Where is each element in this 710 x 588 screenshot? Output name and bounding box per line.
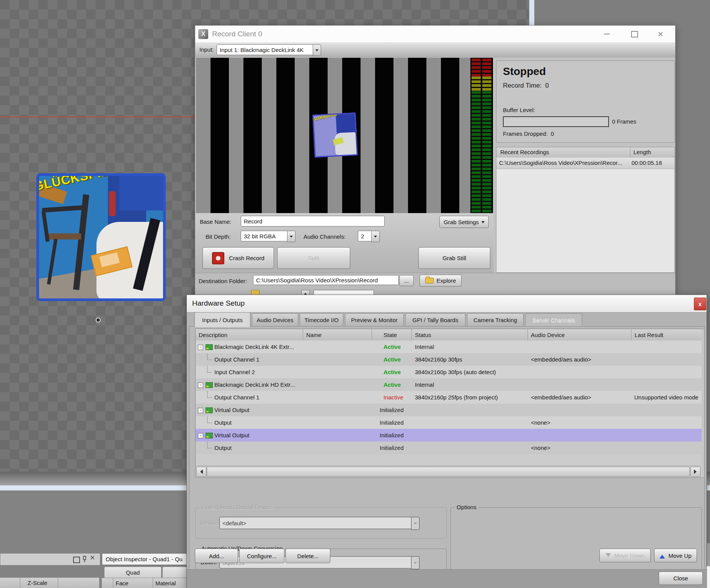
minimize-icon xyxy=(604,34,610,34)
delete-button[interactable]: Delete... xyxy=(286,549,330,563)
table-row[interactable]: Output Channel 1 Active 3840x2160p 30fps… xyxy=(196,353,702,366)
expand-icon[interactable]: - xyxy=(198,408,203,413)
scroll-thumb[interactable] xyxy=(207,467,690,477)
hardware-setup-dialog: Hardware Setup x Inputs / Outputs Audio … xyxy=(186,295,707,588)
down-dropdown-button[interactable] xyxy=(411,556,419,569)
crash-record-button[interactable]: Crash Record xyxy=(202,247,274,269)
preview-thumbnail: GLÜCKSPILZ xyxy=(312,112,358,158)
length-header-label[interactable]: Length xyxy=(633,149,651,155)
expand-icon[interactable]: - xyxy=(198,383,203,388)
tab-gpi-tally[interactable]: GPI / Tally Boards xyxy=(405,313,465,326)
table-row[interactable]: Output Initialized <none> xyxy=(196,441,702,454)
col-face[interactable]: Face xyxy=(113,578,153,588)
bit-depth-select[interactable]: 32 bit RGBA xyxy=(241,231,293,241)
table-vertical-scrollbar[interactable] xyxy=(702,329,705,478)
tab-audio-devices[interactable]: Audio Devices xyxy=(252,313,298,326)
table-horizontal-scrollbar[interactable] xyxy=(196,466,701,477)
col-description[interactable]: Description xyxy=(196,329,303,340)
maximize-button[interactable] xyxy=(631,26,638,42)
tab-camera-tracking[interactable]: Camera Tracking xyxy=(467,313,524,326)
configure-button[interactable]: Configure... xyxy=(239,549,284,563)
record-time-label: Record Time: xyxy=(503,82,542,89)
bit-depth-dropdown-button[interactable] xyxy=(287,231,295,242)
object-inspector-title: Object Inspector - Quad1 - Qu xyxy=(106,556,183,562)
row-last-result: Unsupported video mode xyxy=(634,394,699,401)
recording-length: 00:00:05.18 xyxy=(632,160,662,166)
table-row-selected[interactable]: - Virtual Output Initialized xyxy=(196,429,702,441)
table-row[interactable]: - Virtual Output Initialized xyxy=(196,404,702,416)
expand-icon[interactable]: - xyxy=(198,433,203,438)
scroll-left-button[interactable] xyxy=(196,467,206,477)
col-label: Last Result xyxy=(635,332,663,338)
record-client-titlebar[interactable]: X Record Client 0 × xyxy=(195,26,675,43)
controls-area: Base Name: Record Grab Settings Bit Dept… xyxy=(195,213,494,273)
row-state: Inactive xyxy=(384,394,403,401)
minimize-button[interactable] xyxy=(604,26,610,42)
input-select[interactable]: Input 1: Blackmagic DeckLink 4K xyxy=(217,44,318,55)
recording-row[interactable]: C:\Users\Sogidia\Ross Video\XPression\Re… xyxy=(496,158,674,169)
col-scale[interactable]: cale xyxy=(0,578,20,588)
anchor-point-dot[interactable] xyxy=(96,318,101,323)
scroll-right-button[interactable] xyxy=(690,467,700,477)
row-state: Initialized xyxy=(380,432,404,438)
col-label: Name xyxy=(306,332,322,338)
tab-inputs-outputs[interactable]: Inputs / Outputs xyxy=(194,312,250,327)
restore-icon[interactable] xyxy=(73,557,80,563)
canvas-image-glueckspilz[interactable]: GLÜCKSPILZ xyxy=(36,173,166,301)
row-audio-device: <embedded/aes audio> xyxy=(531,394,591,401)
add-button[interactable]: Add... xyxy=(195,549,238,563)
audio-meter-left xyxy=(472,59,481,212)
row-description: Output xyxy=(214,419,232,426)
destination-folder-label: Destination Folder: xyxy=(199,278,247,284)
table-row[interactable]: Output Channel 1 Inactive 3840x2160p 25f… xyxy=(196,391,702,404)
expand-icon[interactable]: - xyxy=(198,345,203,350)
col-empty xyxy=(58,578,100,588)
col-last-result[interactable]: Last Result xyxy=(632,329,702,340)
close-button[interactable]: Close xyxy=(659,572,703,585)
tab-preview-monitor[interactable]: Preview & Monitor xyxy=(345,313,404,326)
move-up-button[interactable]: Move Up xyxy=(654,549,697,562)
col-audio-device[interactable]: Audio Device xyxy=(528,329,632,340)
col-status[interactable]: Status xyxy=(412,329,528,340)
photo-extinguisher xyxy=(109,191,116,216)
grab-settings-button[interactable]: Grab Settings xyxy=(439,216,489,228)
base-name-input[interactable]: Record xyxy=(241,216,385,226)
browse-button[interactable]: ... xyxy=(399,275,414,286)
device-card-icon xyxy=(206,382,213,388)
explore-button[interactable]: Explore xyxy=(419,275,462,287)
record-time-value: 0 xyxy=(545,82,549,89)
hardware-setup-titlebar[interactable]: Hardware Setup x xyxy=(187,295,707,313)
table-row[interactable]: Input Channel 2 Active 3840x2160p 30fps … xyxy=(196,366,702,378)
table-row[interactable]: - Blackmagic DeckLink 4K Extr... Active … xyxy=(196,340,702,353)
col-z-scale[interactable]: Z-Scale xyxy=(20,578,58,588)
tab-timecode-io[interactable]: Timecode I/O xyxy=(300,313,343,326)
dialog-close-button[interactable]: x xyxy=(694,298,706,310)
window-close-button[interactable]: × xyxy=(658,26,663,42)
device-dropdown-button[interactable] xyxy=(411,517,419,530)
device-select[interactable]: <default> xyxy=(219,517,417,529)
destination-folder-input[interactable]: C:\Users\Sogidia\Ross Video\XPression\Re… xyxy=(253,275,399,285)
input-row: Input: Input 1: Blackmagic DeckLink 4K xyxy=(195,43,675,57)
background-window-sliver-white xyxy=(707,566,710,588)
table-row[interactable]: - Blackmagic DeckLink HD Extr... Active … xyxy=(196,378,702,391)
pin-icon[interactable] xyxy=(82,555,87,563)
crash-record-label: Crash Record xyxy=(229,255,264,261)
move-down-label: Move Down xyxy=(614,552,645,559)
input-dropdown-button[interactable] xyxy=(313,44,321,56)
grab-still-button[interactable]: Grab Still xyxy=(418,247,490,269)
row-audio-device: <embedded/aes audio> xyxy=(531,356,591,363)
table-row[interactable]: Output Initialized <none> xyxy=(196,416,702,429)
split-button[interactable]: Split xyxy=(277,247,350,269)
buffer-frames: 0 Frames xyxy=(612,118,636,125)
thumb-lavender xyxy=(313,115,338,156)
tab-server-channels[interactable]: Server Channels xyxy=(525,313,582,326)
tab-quad-label: Quad xyxy=(126,569,140,576)
col-name[interactable]: Name xyxy=(303,329,372,340)
col-state[interactable]: State xyxy=(372,329,412,340)
tab-quad[interactable]: Quad xyxy=(104,567,162,578)
recent-header-label[interactable]: Recent Recordings xyxy=(500,149,549,155)
row-state: Initialized xyxy=(380,419,404,426)
close-icon[interactable]: × xyxy=(90,553,95,563)
audio-channels-dropdown-button[interactable] xyxy=(371,231,380,242)
move-down-button[interactable]: Move Down xyxy=(599,549,651,562)
